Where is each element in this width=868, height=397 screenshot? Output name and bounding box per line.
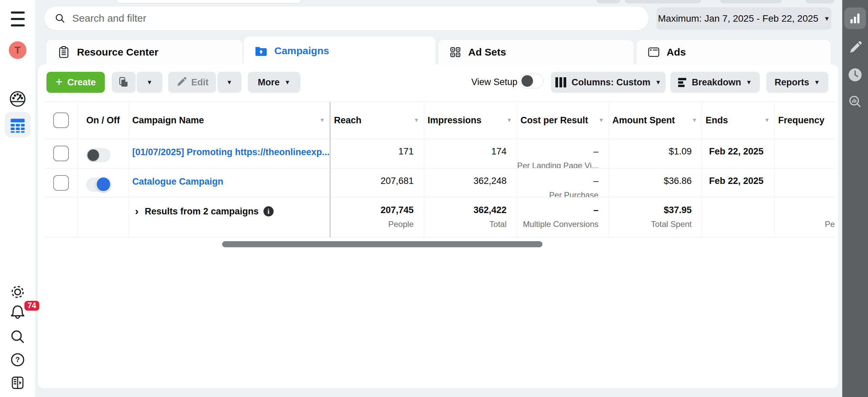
ads-window-icon: [647, 45, 660, 59]
header-reach[interactable]: Reach ▼: [331, 102, 424, 139]
sort-icon[interactable]: ▼: [319, 117, 330, 123]
horizontal-scrollbar[interactable]: [222, 241, 542, 247]
tab-ads[interactable]: Ads: [637, 40, 831, 64]
chart-explore-icon[interactable]: [842, 94, 868, 110]
view-setup-label: View Setup: [471, 77, 517, 87]
history-clock-icon[interactable]: [842, 67, 868, 83]
menu-icon[interactable]: [0, 11, 35, 27]
more-button[interactable]: More ▼: [248, 72, 300, 93]
table-header-row: On / Off Campaign Name ▼ Reach ▼ Impress…: [44, 102, 835, 139]
impressions-value: 174: [491, 146, 507, 157]
campaign-toggle[interactable]: [86, 148, 110, 162]
ends-value: Feb 22, 2025: [709, 176, 764, 186]
summary-row: › Results from 2 campaigns i 207,745 Peo…: [44, 197, 835, 237]
expand-chevron-icon[interactable]: ›: [135, 205, 139, 217]
info-icon[interactable]: i: [263, 206, 274, 216]
header-campaign-name[interactable]: Campaign Name ▼: [129, 102, 331, 139]
top-remnant-4: [806, 0, 834, 3]
columns-button[interactable]: Columns: Custom ▼: [551, 72, 666, 93]
summary-reach: 207,745: [380, 205, 414, 215]
ad-sets-grid-icon: [449, 45, 462, 59]
settings-gear-icon[interactable]: [0, 283, 35, 301]
left-navigation-rail: T 7: [0, 0, 35, 397]
summary-frequency-subtext: Pe: [825, 220, 835, 229]
create-button-label: Create: [67, 77, 96, 88]
row-checkbox[interactable]: [53, 175, 69, 191]
avatar-letter: T: [9, 41, 26, 59]
search-bar[interactable]: [44, 6, 649, 30]
svg-text:?: ?: [15, 355, 20, 364]
header-impressions[interactable]: Impressions ▼: [424, 102, 517, 139]
campaign-toggle[interactable]: [86, 178, 110, 191]
tab-resource-center[interactable]: Resource Center: [46, 40, 242, 64]
more-button-label: More: [258, 77, 280, 88]
campaigns-folder-icon: [254, 44, 268, 58]
tab-resource-center-label: Resource Center: [77, 46, 158, 58]
create-button[interactable]: + Create: [46, 72, 105, 93]
reach-value: 207,681: [380, 176, 414, 186]
sort-icon[interactable]: ▼: [507, 117, 517, 123]
header-amount-spent[interactable]: Amount Spent ▼: [609, 102, 702, 139]
campaigns-table: On / Off Campaign Name ▼ Reach ▼ Impress…: [44, 102, 835, 237]
insights-rail: [842, 0, 868, 397]
expand-panel-icon[interactable]: [0, 374, 35, 392]
notifications-bell-icon[interactable]: 74: [0, 304, 35, 321]
columns-button-label: Columns: Custom: [572, 77, 651, 88]
ends-value: Feb 22, 2025: [709, 146, 764, 157]
search-input[interactable]: [72, 13, 639, 24]
view-setup-toggle[interactable]: [520, 74, 544, 88]
ads-manager-screen: Maximum: Jan 7, 2025 - Feb 22, 2025 ▼ Re…: [0, 0, 868, 397]
campaign-link[interactable]: [01/07/2025] Promoting https://theonline…: [132, 147, 330, 158]
help-icon[interactable]: ?: [0, 351, 35, 369]
breakdown-button-label: Breakdown: [692, 77, 741, 88]
cost-per-result-subtext: Per Purchase: [549, 190, 598, 197]
summary-cost-subtext: Multiple Conversions: [523, 220, 598, 229]
header-on-off: On / Off: [86, 115, 120, 126]
date-range-label: Maximum: Jan 7, 2025 - Feb 22, 2025: [658, 13, 818, 24]
chevron-down-icon: ▼: [746, 79, 752, 86]
sort-icon[interactable]: ▼: [692, 117, 702, 123]
top-remnant-3: [720, 0, 782, 3]
duplicate-dropdown-button[interactable]: ▼: [137, 72, 162, 93]
summary-impressions: 362,422: [473, 205, 507, 215]
tab-ads-label: Ads: [667, 46, 686, 58]
row-checkbox[interactable]: [53, 146, 69, 161]
plus-icon: +: [55, 75, 62, 89]
impressions-value: 362,248: [473, 176, 507, 186]
chevron-down-icon: ▼: [824, 15, 830, 22]
date-range-button[interactable]: Maximum: Jan 7, 2025 - Feb 22, 2025 ▼: [656, 7, 831, 30]
copy-icon: [117, 76, 130, 89]
edit-pencil-icon[interactable]: [842, 40, 868, 56]
header-frequency[interactable]: Frequency: [775, 102, 835, 139]
pencil-icon: [176, 77, 186, 88]
sort-icon[interactable]: ▼: [598, 117, 609, 123]
chevron-down-icon: ▼: [146, 79, 153, 86]
summary-impressions-subtext: Total: [489, 220, 507, 229]
duplicate-button[interactable]: [112, 72, 136, 93]
account-overview-icon[interactable]: [0, 89, 35, 108]
select-all-checkbox[interactable]: [53, 112, 69, 128]
campaigns-nav-icon[interactable]: [0, 116, 35, 135]
tab-campaigns[interactable]: Campaigns: [244, 37, 435, 65]
summary-spent-subtext: Total Spent: [651, 220, 692, 229]
sort-icon[interactable]: ▼: [764, 117, 774, 123]
campaign-link[interactable]: Catalogue Campaign: [132, 176, 223, 187]
search-icon: [54, 12, 66, 24]
table-row: [01/07/2025] Promoting https://theonline…: [44, 139, 835, 168]
top-remnant-2: [625, 0, 701, 3]
header-cost-per-result[interactable]: Cost per Result ▼: [517, 102, 609, 139]
edit-button[interactable]: Edit: [168, 72, 216, 93]
chevron-down-icon: ▼: [655, 79, 661, 86]
reach-value: 171: [398, 146, 414, 157]
tab-ad-sets[interactable]: Ad Sets: [438, 40, 633, 64]
avatar[interactable]: T: [0, 41, 35, 59]
sort-icon[interactable]: ▼: [414, 117, 424, 123]
breakdown-button[interactable]: Breakdown ▼: [670, 72, 760, 93]
charts-icon[interactable]: [844, 7, 866, 29]
reports-button[interactable]: Reports ▼: [766, 72, 828, 93]
edit-dropdown-button[interactable]: ▼: [217, 72, 241, 93]
summary-label: Results from 2 campaigns: [145, 206, 259, 217]
search-rail-icon[interactable]: [0, 328, 35, 346]
chevron-down-icon: ▼: [226, 79, 233, 86]
header-ends[interactable]: Ends ▼: [702, 102, 775, 139]
